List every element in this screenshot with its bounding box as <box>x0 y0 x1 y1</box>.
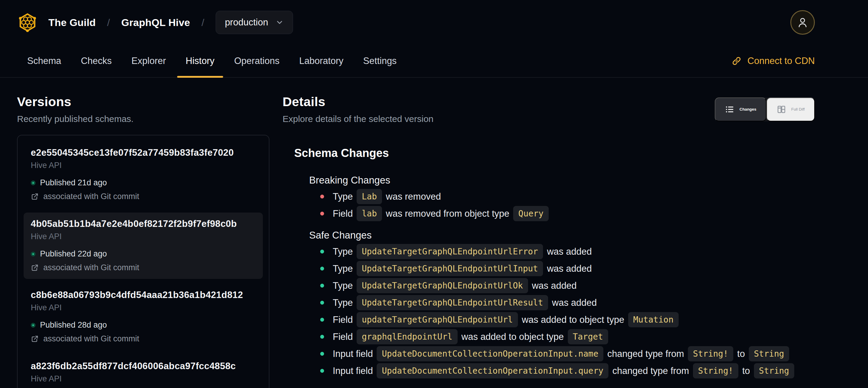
version-service: Hive API <box>31 303 256 312</box>
code-chip: graphqlEndpointUrl <box>356 329 457 345</box>
change-text: Field <box>333 208 353 219</box>
version-list-item[interactable]: e2e55045345ce13fe07f52a77459b83fa3fe7020… <box>24 141 263 208</box>
version-status: Published 21d ago <box>31 178 256 187</box>
tab-label: Explorer <box>131 56 166 66</box>
breadcrumb-separator: / <box>107 17 110 28</box>
target-selector[interactable]: production <box>216 11 293 34</box>
change-row: Input fieldUpdateDocumentCollectionOpera… <box>309 346 815 361</box>
code-chip: Query <box>513 206 549 221</box>
details-subtitle: Explore details of the selected version <box>283 114 433 124</box>
change-row: TypeUpdateTargetGraphQLEndpointUrlOkwas … <box>309 278 815 293</box>
code-chip: String <box>754 363 794 379</box>
change-text: was added <box>532 280 577 291</box>
hive-logo-icon[interactable] <box>18 13 37 32</box>
change-text: Type <box>333 191 353 202</box>
versions-panel: Versions Recently published schemas. e2e… <box>17 94 270 388</box>
tab-label: Checks <box>81 56 112 66</box>
schema-changes: Schema Changes Breaking Changes TypeLabw… <box>283 147 815 379</box>
tab-label: History <box>186 56 214 66</box>
safe-changes-section: Safe Changes TypeUpdateTargetGraphQLEndp… <box>294 230 815 379</box>
breaking-changes-section: Breaking Changes TypeLabwas removed Fiel… <box>294 175 815 221</box>
change-text: was removed from object type <box>386 208 509 219</box>
code-chip: updateTargetGraphQLEndpointUrl <box>356 312 518 327</box>
tab-schema[interactable]: Schema <box>17 45 71 77</box>
change-row: Fieldlabwas removed from object typeQuer… <box>309 206 815 221</box>
link-icon <box>732 56 742 66</box>
git-commit-link[interactable]: associated with Git commit <box>31 334 256 344</box>
tab-checks[interactable]: Checks <box>71 45 122 77</box>
version-list-item[interactable]: 4b05ab51b1b4a7e2e4b0ef82172f2b9f7ef98c0b… <box>24 212 263 279</box>
version-list-item[interactable]: a823f6db2a55df877dcf406006abca97fcc4858c… <box>24 355 263 388</box>
code-chip: lab <box>356 206 382 221</box>
change-text: was added <box>547 263 592 274</box>
tab-label: Operations <box>234 56 280 66</box>
full-diff-view-button[interactable]: Full Diff <box>767 97 815 121</box>
code-chip: UpdateTargetGraphQLEndpointUrlInput <box>356 261 543 276</box>
code-chip: String! <box>693 363 738 379</box>
change-text: Type <box>333 263 353 274</box>
tab-history[interactable]: History <box>176 45 224 77</box>
connect-to-cdn-label: Connect to CDN <box>747 56 815 66</box>
section-title: Breaking Changes <box>309 175 815 186</box>
code-chip: UpdateTargetGraphQLEndpointUrlOk <box>356 278 528 293</box>
chevron-down-icon <box>275 18 284 27</box>
nav-tabs: Schema Checks Explorer History Operation… <box>17 45 406 77</box>
change-text: was added to object type <box>522 315 624 325</box>
changes-view-label: Changes <box>740 107 756 112</box>
change-text: changed type from <box>607 349 684 359</box>
change-row-content: TypeLabwas removed <box>333 189 441 204</box>
bullet-icon <box>320 284 324 288</box>
change-row-content: FieldgraphqlEndpointUrlwas added to obje… <box>333 329 612 345</box>
published-label: Published 21d ago <box>40 178 107 187</box>
full-diff-view-label: Full Diff <box>791 107 805 112</box>
schema-changes-title: Schema Changes <box>294 147 815 160</box>
breadcrumb-org[interactable]: The Guild <box>49 17 96 28</box>
git-commit-label: associated with Git commit <box>43 334 139 344</box>
version-hash: 4b05ab51b1b4a7e2e4b0ef82172f2b9f7ef98c0b <box>31 218 256 229</box>
top-bar: The Guild / GraphQL Hive / production <box>0 0 868 45</box>
bullet-icon <box>320 249 324 253</box>
published-dot-icon <box>31 181 35 185</box>
bullet-icon <box>320 301 324 305</box>
external-link-icon <box>31 192 39 201</box>
changes-view-button[interactable]: Changes <box>715 97 767 121</box>
section-title: Safe Changes <box>309 230 815 241</box>
change-text: Input field <box>333 349 373 359</box>
change-text: was added <box>547 246 592 257</box>
version-list-item[interactable]: c8b6e88a06793b9c4dfd54aaa21b36a1b421d812… <box>24 284 263 350</box>
change-text: was removed <box>386 191 441 202</box>
version-status: Published 28d ago <box>31 321 256 330</box>
tab-laboratory[interactable]: Laboratory <box>289 45 353 77</box>
main-content: Versions Recently published schemas. e2e… <box>0 78 868 388</box>
change-text: Type <box>333 280 353 291</box>
code-chip: String <box>749 346 789 361</box>
change-text: Type <box>333 246 353 257</box>
git-commit-label: associated with Git commit <box>43 263 139 272</box>
bullet-icon <box>320 212 324 215</box>
versions-list: e2e55045345ce13fe07f52a77459b83fa3fe7020… <box>17 135 270 388</box>
code-chip: UpdateDocumentCollectionOperationInput.n… <box>377 346 603 361</box>
git-commit-link[interactable]: associated with Git commit <box>31 192 256 201</box>
code-chip: String! <box>688 346 733 361</box>
tab-operations[interactable]: Operations <box>224 45 289 77</box>
user-icon <box>797 16 809 29</box>
version-hash: e2e55045345ce13fe07f52a77459b83fa3fe7020 <box>31 147 256 158</box>
published-dot-icon <box>31 323 35 328</box>
change-rows: TypeLabwas removed Fieldlabwas removed f… <box>309 189 815 221</box>
target-selector-value: production <box>225 17 268 28</box>
change-row: TypeUpdateTargetGraphQLEndpointUrlInputw… <box>309 261 815 276</box>
git-commit-label: associated with Git commit <box>43 192 139 201</box>
change-row-content: FieldupdateTargetGraphQLEndpointUrlwas a… <box>333 312 683 327</box>
tab-explorer[interactable]: Explorer <box>122 45 176 77</box>
change-row-content: Fieldlabwas removed from object typeQuer… <box>333 206 553 221</box>
git-commit-link[interactable]: associated with Git commit <box>31 263 256 272</box>
connect-to-cdn-button[interactable]: Connect to CDN <box>732 45 815 77</box>
tab-settings[interactable]: Settings <box>353 45 406 77</box>
change-row: Input fieldUpdateDocumentCollectionOpera… <box>309 363 815 379</box>
breadcrumb-project[interactable]: GraphQL Hive <box>121 17 190 28</box>
change-row: TypeLabwas removed <box>309 189 815 204</box>
details-view-toggle: Changes Full Diff <box>715 97 815 121</box>
versions-title: Versions <box>17 94 270 109</box>
change-rows: TypeUpdateTargetGraphQLEndpointUrlErrorw… <box>309 244 815 379</box>
user-menu-button[interactable] <box>790 10 815 35</box>
